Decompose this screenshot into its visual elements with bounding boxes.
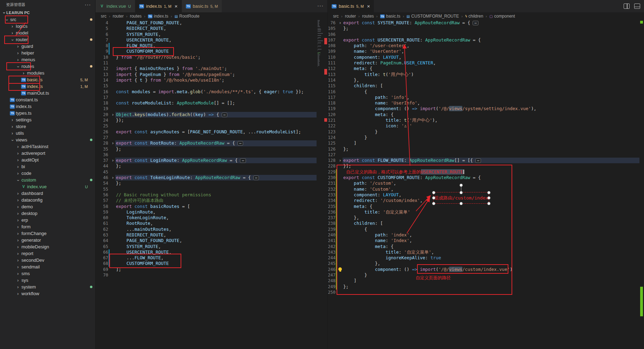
breadcrumb-item-routes[interactable]: routes [362, 14, 374, 19]
tree-item-router[interactable]: ›router [0, 36, 95, 43]
tree-item-sms[interactable]: ›sms [0, 270, 95, 277]
code-line-8[interactable]: 8 FLOW_ROUTE, [96, 43, 317, 49]
code-line-115[interactable]: 115 children: [ [328, 83, 639, 89]
code-line-229[interactable]: 229 [328, 169, 639, 175]
tree-item-system[interactable]: ›system [0, 284, 95, 290]
code-line-116[interactable]: 116 { [328, 89, 639, 95]
breadcrumb-item-component[interactable]: ▢component [489, 14, 515, 19]
breadcrumb-item-CUSTOMFORM_ROUTE[interactable]: ▤CUSTOMFORM_ROUTE [406, 14, 459, 19]
code-line-15[interactable]: 15 [96, 83, 317, 89]
code-line-59[interactable]: 59 LoginRoute, [96, 209, 317, 215]
code-line-113[interactable]: 113 title: t('用户中心') [328, 72, 639, 77]
tree-item-erp[interactable]: ›erp [0, 217, 95, 223]
code-line-65[interactable]: 65 SYSTEM_ROUTE, [96, 244, 317, 249]
code-line-57[interactable]: 57// 未经许可的基本路由 [96, 198, 317, 203]
breadcrumb-item-RootRoute[interactable]: ▤RootRoute [175, 14, 200, 19]
code-line-126[interactable]: 126}; [328, 146, 639, 152]
code-line-13[interactable]: 13import { PageEnum } from '/@/enums/pag… [96, 72, 317, 77]
fold-chevron-icon[interactable]: › [338, 20, 343, 26]
code-line-54[interactable]: 54}; [96, 180, 317, 186]
tree-item-activereport[interactable]: ›activereport [0, 150, 95, 157]
overview-ruler-right[interactable] [639, 20, 644, 349]
code-line-26[interactable]: 26export const asyncRoutes = [PAGE_NOT_F… [96, 129, 317, 135]
breadcrumb-item-routes[interactable]: routes [130, 14, 142, 19]
code-line-5[interactable]: 5 REDIRECT_ROUTE, [96, 26, 317, 31]
tree-item-generator[interactable]: ›generator [0, 237, 95, 243]
tree-item-workflow[interactable]: ›workflow [0, 290, 95, 297]
tree-item-secondDev[interactable]: ›secondDev [0, 257, 95, 264]
code-line-127[interactable]: 127 [328, 152, 639, 158]
code-line-128[interactable]: 128›export const FLOW_ROUTE: AppRouteRec… [328, 158, 639, 163]
tree-item-menus[interactable]: ›menus [0, 56, 95, 63]
tree-item-bi[interactable]: ›bi [0, 163, 95, 170]
code-line-250[interactable]: 250 [328, 290, 639, 295]
tree-item-sys[interactable]: ›sys [0, 277, 95, 284]
code-line-28[interactable]: 28›export const RootRoute: AppRouteRecor… [96, 140, 317, 146]
code-line-235[interactable]: 235 meta: { [328, 204, 639, 209]
code-line-105[interactable]: 105}; [328, 26, 639, 31]
code-line-12[interactable]: 12import { mainOutRoutes } from './mainO… [96, 66, 317, 71]
breadcrumb-item-index.ts[interactable]: TSindex.ts [148, 14, 168, 19]
customize-layout-icon[interactable] [634, 4, 640, 9]
code-line-249[interactable]: 249}; [328, 284, 639, 290]
tree-item-guard[interactable]: ›guard [0, 43, 95, 50]
breadcrumb-item-children[interactable]: ϟchildren [465, 14, 483, 19]
tree-item-demo[interactable]: ›demo [0, 203, 95, 210]
tree-item-dashboard[interactable]: ›dashboard [0, 190, 95, 197]
tree-item-model[interactable]: ›model [0, 30, 95, 36]
code-line-232[interactable]: 232 name: 'Custom', [328, 186, 639, 192]
minimap[interactable] [317, 20, 324, 349]
tab-basic.ts[interactable]: TSbasic.ts5, M× [328, 0, 374, 12]
code-line-124[interactable]: 124 } [328, 135, 639, 140]
code-line-37[interactable]: 37›export const LoginRoute: AppRouteReco… [96, 158, 317, 163]
code-line-70[interactable]: 70 [96, 272, 317, 278]
code-line-243[interactable]: 243 title: '自定义菜单', [328, 249, 639, 255]
code-line-56[interactable]: 56// Basic routing without permissions [96, 192, 317, 198]
code-line-76[interactable]: 76›export const SYSTEM_ROUTE: AppRouteRe… [328, 20, 639, 26]
code-line-4[interactable]: 4 PAGE_NOT_FOUND_ROUTE, [96, 20, 317, 26]
tree-item-views[interactable]: ›views [0, 137, 95, 143]
explorer-more-actions-icon[interactable]: ··· [85, 3, 91, 6]
code-line-7[interactable]: 7 USERCENTER_ROUTE, [96, 37, 317, 43]
code-line-46[interactable]: 46›export const TokenLoginRoute: AppRout… [96, 175, 317, 180]
code-line-111[interactable]: 111 redirect: PageEnum.USER_CENTER, [328, 60, 639, 66]
code-line-239[interactable]: 239 { [328, 227, 639, 232]
code-line-248[interactable]: 248 ] [328, 278, 639, 284]
code-line-245[interactable]: 245 }, [328, 261, 639, 266]
code-line-64[interactable]: 64 PAGE_NOT_FOUND_ROUTE, [96, 238, 317, 243]
tree-item-form[interactable]: ›form [0, 223, 95, 230]
tree-item-code[interactable]: ›code [0, 170, 95, 177]
tree-item-settings[interactable]: ›settings [0, 116, 95, 123]
code-editor-index-ts[interactable]: 4 PAGE_NOT_FOUND_ROUTE,5 REDIRECT_ROUTE,… [96, 20, 317, 349]
tree-item-desktop[interactable]: ›desktop [0, 210, 95, 217]
folded-code-ellipsis[interactable]: ⋯ [473, 21, 479, 25]
code-line-106[interactable]: 106 [328, 32, 639, 37]
code-line-17[interactable]: 17 [96, 95, 317, 100]
tree-item-src[interactable]: ›src [0, 16, 95, 23]
code-line-6[interactable]: 6 SYSTEM_ROUTE, [96, 32, 317, 37]
code-line-122[interactable]: 122 icon: '♙ ' [328, 123, 639, 129]
code-line-119[interactable]: 119 component: () => import('/@/views/sy… [328, 106, 639, 112]
code-line-112[interactable]: 112 meta: { [328, 66, 639, 71]
tree-item-sendmail[interactable]: ›sendmail [0, 264, 95, 270]
code-line-61[interactable]: 61 RootRoute, [96, 221, 317, 226]
fold-chevron-icon[interactable]: › [110, 158, 115, 163]
tree-item-store[interactable]: ›store [0, 123, 95, 130]
code-line-60[interactable]: 60 TokenLoginRoute, [96, 215, 317, 221]
code-line-237[interactable]: 237 }, [328, 215, 639, 221]
split-editor-icon[interactable] [624, 4, 630, 9]
tree-item-dataconfig[interactable]: ›dataconfig [0, 197, 95, 203]
workspace-header[interactable]: › LEARUN PC [0, 9, 95, 16]
breadcrumb-item-router[interactable]: router [113, 14, 124, 19]
close-icon[interactable]: × [367, 4, 370, 8]
code-line-244[interactable]: 244 ignoreKeepAlive: true [328, 255, 639, 261]
tab-index.ts[interactable]: TSindex.ts1, M× [135, 0, 182, 12]
code-line-69[interactable]: 69]; [96, 267, 317, 272]
tree-item-mobileDesign[interactable]: ›mobileDesign [0, 243, 95, 250]
code-line-240[interactable]: 240 path: 'index', [328, 232, 639, 238]
tree-item-mainOut.ts[interactable]: TSmainOut.ts [0, 90, 95, 96]
close-icon[interactable]: × [175, 4, 178, 8]
folded-code-ellipsis[interactable]: ⋯ [253, 176, 259, 180]
tree-item-report[interactable]: ›report [0, 250, 95, 257]
folded-code-ellipsis[interactable]: ⋯ [475, 158, 481, 163]
